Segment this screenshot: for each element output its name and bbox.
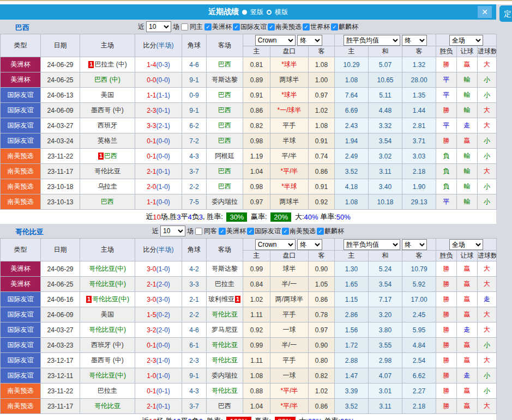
home-team-cell: 1巴拉圭 (中) <box>80 57 135 72</box>
cup-label: 世界杯 <box>310 22 330 32</box>
mean-draw-odds: 4.48 <box>379 107 391 114</box>
mean-odds-select[interactable]: 胜平负均值 <box>344 239 400 250</box>
mean-away-odds-cell: 1.44 <box>402 103 436 118</box>
vertical-layout-radio-icon[interactable] <box>242 10 247 15</box>
away-odds-cell: 1.08 <box>309 57 335 72</box>
result-cell: 負 <box>436 164 457 179</box>
home-odds: 1.11 <box>250 311 262 319</box>
mean-draw-odds: 3.11 <box>379 168 391 175</box>
match-row: 国际友谊24-03-24英格兰0-1(0-0)7-2巴西0.98半球0.911.… <box>1 133 497 149</box>
cup-filter[interactable]: ✓美洲杯 <box>204 22 232 32</box>
mean-draw-odds-cell: 3.55 <box>369 338 402 353</box>
fulltime-score: 1-1 <box>147 92 156 99</box>
mean-time-select[interactable]: 终 <box>402 35 427 46</box>
result: 平 <box>443 121 450 129</box>
odds-time-select[interactable]: 终 <box>297 35 322 46</box>
match-date-cell: 24-06-29 <box>41 57 80 72</box>
handicap-cell: 平手 <box>270 307 309 322</box>
handicap-line: 平手 <box>283 311 296 318</box>
match-date-cell: 23-11-17 <box>41 164 80 179</box>
vertical-layout-label[interactable]: 竖版 <box>250 8 263 17</box>
goals-result-cell: 大 <box>478 322 497 338</box>
handicap-cell: 球半 <box>270 261 309 277</box>
checkbox-checked-icon[interactable]: ✓ <box>204 23 212 31</box>
score-label: 比分 <box>143 41 156 49</box>
score-cell: 1-1(0-0) <box>135 194 182 210</box>
corner-score: 4-2 <box>189 265 198 273</box>
bookmaker-select[interactable]: Crown <box>255 35 296 46</box>
close-button[interactable]: ✕ <box>478 6 492 18</box>
match-count-select[interactable]: 10 <box>146 21 171 32</box>
fulltime-score: 0-1 <box>147 153 156 160</box>
cup-filter[interactable]: ✓国际友谊 <box>233 22 267 32</box>
fulltime-score: 3-3 <box>147 122 156 130</box>
away-team-name: 哥斯达黎 <box>212 265 238 272</box>
cup-filter[interactable]: ✓麒麟杯 <box>317 227 344 236</box>
home-odds-cell: 0.84 <box>243 277 270 292</box>
mean-home-odds: 2.88 <box>345 357 358 364</box>
horizontal-layout-label[interactable]: 横版 <box>275 8 288 17</box>
away-odds: 0.74 <box>315 153 328 160</box>
mean-odds-select[interactable]: 胜平负均值 <box>344 35 400 46</box>
mean-draw-odds: 10.65 <box>377 76 394 84</box>
col-header-score: 比分(半场) <box>135 34 182 57</box>
mean-away-odds-cell: 2.45 <box>402 307 436 322</box>
checkbox-checked-icon[interactable]: ✓ <box>282 228 289 235</box>
match-table: 类型 日期 主场 比分(半场) 角球 客场 Crown 终 <box>0 34 497 210</box>
checkbox-checked-icon[interactable]: ✓ <box>233 23 240 31</box>
away-odds: 1.05 <box>315 281 328 288</box>
home-odds-cell: 0.99 <box>243 338 270 353</box>
team-sections: 巴西 近 10 场 同主 ✓美洲杯✓国际友谊✓南美预选✓世界杯✓麒麟杯 <box>0 20 496 420</box>
away-team-cell: 巴西 <box>207 133 243 149</box>
corner-score: 4-3 <box>189 153 198 160</box>
pin-side-button[interactable]: 定 <box>499 5 512 22</box>
checkbox-checked-icon[interactable]: ✓ <box>247 228 254 235</box>
odds-time-select[interactable]: 终 <box>297 239 322 250</box>
let-ball-result: 贏 <box>464 265 471 272</box>
result-cell: 勝 <box>436 368 457 384</box>
mean-draw-odds-cell: 10.65 <box>369 72 402 88</box>
col-header-goals: 进球数 <box>478 46 497 57</box>
match-type-cell: 南美预选 <box>1 149 41 164</box>
checkbox-checked-icon[interactable]: ✓ <box>268 23 275 31</box>
scope-select[interactable]: 全场 <box>449 35 483 46</box>
checkbox-checked-icon[interactable]: ✓ <box>303 23 310 31</box>
col-header-odds-away: 客 <box>309 46 335 57</box>
match-date: 24-03-23 <box>47 342 73 349</box>
horizontal-layout-radio-icon[interactable] <box>267 10 272 15</box>
let-ball-result-cell: 贏 <box>457 353 478 368</box>
halftime-score: (0-1) <box>156 107 170 114</box>
cup-filter[interactable]: ✓世界杯 <box>303 22 330 32</box>
away-team-cell: 哥伦比亚 <box>207 384 243 399</box>
scope-select[interactable]: 全场 <box>449 239 483 250</box>
away-odds: 0.90 <box>315 342 328 349</box>
fulltime-score: 2-1 <box>147 281 156 288</box>
checkbox-checked-icon[interactable]: ✓ <box>219 228 226 235</box>
mean-draw-odds-cell: 3.11 <box>369 399 402 414</box>
away-team-cell: 委内瑞拉 <box>207 194 243 210</box>
mean-group-header: 胜平负均值 终 <box>335 34 436 46</box>
away-team-cell: 巴西 <box>207 164 243 179</box>
match-type-cell: 美洲杯 <box>1 277 41 292</box>
same-venue-checkbox[interactable] <box>181 23 188 31</box>
cup-filter[interactable]: ✓麒麟杯 <box>331 22 358 32</box>
cup-filter[interactable]: ✓南美预选 <box>268 22 302 32</box>
match-date-cell: 23-10-18 <box>41 179 80 194</box>
checkbox-checked-icon[interactable]: ✓ <box>317 228 324 235</box>
mean-draw-odds-cell: 3.01 <box>369 384 402 399</box>
cup-filter[interactable]: ✓国际友谊 <box>247 227 281 236</box>
mean-home-odds: 4.18 <box>345 183 358 191</box>
col-header-handicap: 盘口 <box>270 251 309 261</box>
cup-filter[interactable]: ✓美洲杯 <box>219 227 246 236</box>
result: 負 <box>443 167 450 175</box>
score-cell: 2-0(1-0) <box>135 179 182 194</box>
cup-filter[interactable]: ✓南美预选 <box>282 227 316 236</box>
mean-time-select[interactable]: 终 <box>402 239 427 250</box>
checkbox-checked-icon[interactable]: ✓ <box>331 23 338 31</box>
mean-draw-odds: 3.55 <box>379 342 391 349</box>
col-header-home: 主场 <box>80 34 135 57</box>
same-venue-checkbox[interactable] <box>195 228 202 235</box>
bookmaker-select[interactable]: Crown <box>255 239 296 250</box>
match-count-select[interactable]: 10 <box>160 226 185 236</box>
home-odds: 0.84 <box>250 281 263 288</box>
